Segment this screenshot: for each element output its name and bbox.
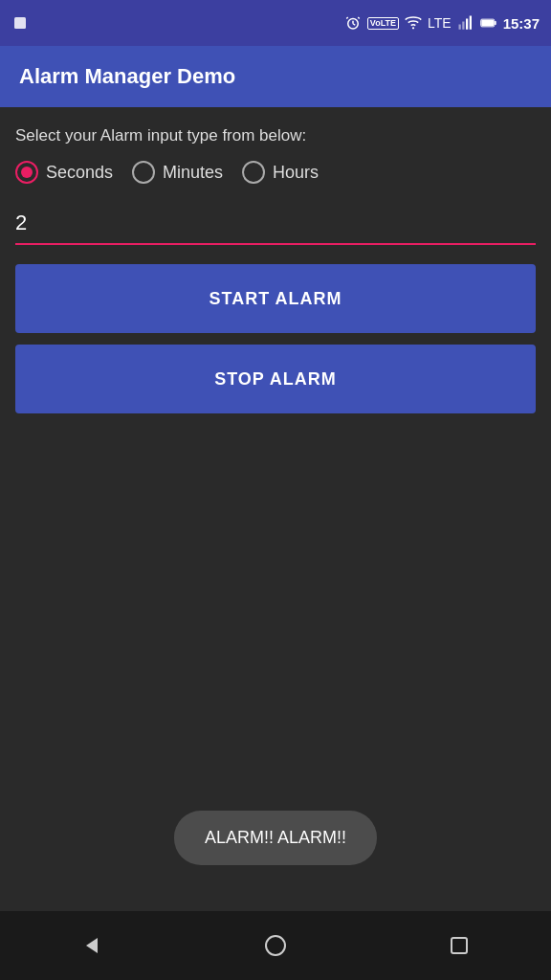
svg-point-6 — [412, 27, 414, 29]
radio-inner-seconds — [21, 167, 33, 178]
status-time: 15:37 — [503, 15, 540, 32]
svg-point-15 — [266, 936, 285, 955]
svg-rect-10 — [469, 16, 471, 30]
nav-home-button[interactable] — [256, 926, 295, 965]
svg-line-3 — [353, 24, 355, 26]
radio-hours[interactable]: Hours — [242, 161, 319, 184]
svg-line-5 — [358, 17, 360, 19]
svg-rect-12 — [494, 21, 496, 25]
svg-rect-9 — [466, 19, 468, 30]
svg-marker-14 — [86, 938, 98, 953]
volte-badge: VoLTE — [367, 17, 399, 30]
svg-rect-13 — [481, 20, 494, 26]
svg-line-4 — [346, 17, 348, 19]
svg-rect-8 — [462, 22, 464, 30]
svg-rect-0 — [14, 17, 26, 29]
radio-seconds[interactable]: Seconds — [15, 161, 113, 184]
lte-label: LTE — [428, 15, 452, 31]
alarm-value-input[interactable] — [15, 203, 536, 245]
status-right: VoLTE LTE 15:37 — [344, 14, 540, 32]
signal-icon — [457, 14, 474, 32]
main-content: Select your Alarm input type from below:… — [0, 107, 551, 444]
radio-label-seconds: Seconds — [46, 163, 113, 183]
app-title: Alarm Manager Demo — [19, 64, 235, 89]
radio-outer-hours[interactable] — [242, 161, 265, 184]
battery-icon — [480, 14, 497, 32]
toast-message: ALARM!! ALARM!! — [174, 811, 377, 865]
stop-alarm-button[interactable]: STOP ALARM — [15, 345, 536, 413]
svg-rect-7 — [458, 25, 460, 30]
app-bar: Alarm Manager Demo — [0, 46, 551, 107]
back-icon — [78, 932, 105, 959]
alarm-icon — [344, 14, 362, 32]
status-bar: VoLTE LTE 15:37 — [0, 0, 551, 46]
radio-label-hours: Hours — [273, 163, 319, 183]
nav-recents-button[interactable] — [440, 926, 478, 965]
navigation-bar — [0, 911, 551, 980]
status-left — [11, 14, 29, 32]
instruction-text: Select your Alarm input type from below: — [15, 126, 536, 145]
radio-minutes[interactable]: Minutes — [132, 161, 223, 184]
wifi-icon — [405, 14, 422, 32]
recents-icon — [446, 932, 473, 959]
input-container — [15, 203, 536, 245]
start-alarm-button[interactable]: START ALARM — [15, 264, 536, 333]
home-icon — [262, 932, 289, 959]
svg-rect-16 — [452, 938, 467, 953]
nav-back-button[interactable] — [73, 926, 111, 965]
radio-outer-minutes[interactable] — [132, 161, 155, 184]
radio-label-minutes: Minutes — [163, 163, 223, 183]
notification-icon — [11, 14, 29, 32]
radio-group: Seconds Minutes Hours — [15, 161, 536, 184]
radio-outer-seconds[interactable] — [15, 161, 38, 184]
